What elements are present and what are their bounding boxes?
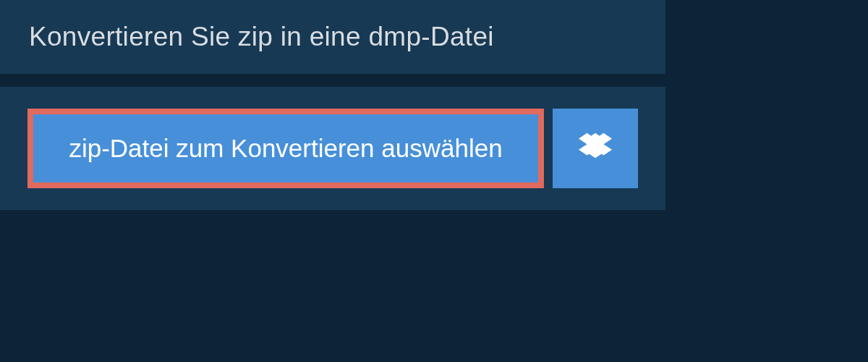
header-panel: Konvertieren Sie zip in eine dmp-Datei [0,0,665,74]
select-file-label: zip-Datei zum Konvertieren auswählen [69,134,502,163]
upload-panel: zip-Datei zum Konvertieren auswählen [0,87,665,210]
select-file-button[interactable]: zip-Datei zum Konvertieren auswählen [27,109,544,188]
dropbox-button[interactable] [553,109,638,188]
page-title: Konvertieren Sie zip in eine dmp-Datei [29,22,652,52]
dropbox-icon [579,130,612,167]
